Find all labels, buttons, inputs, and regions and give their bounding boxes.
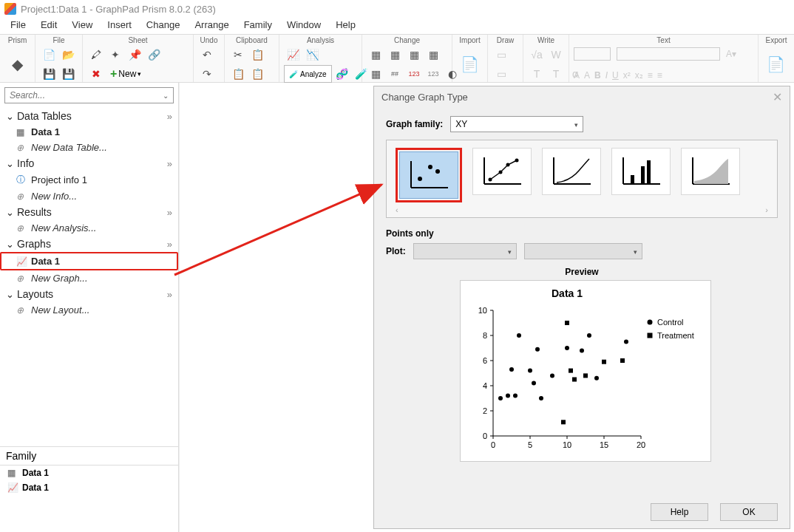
analyze-button[interactable]: 🧪Analyze [284, 65, 332, 83]
paste-special-icon[interactable]: 📋 [248, 65, 266, 83]
section-data-tables[interactable]: ⌄Data Tables» [0, 108, 178, 124]
svg-rect-69 [602, 360, 606, 364]
svg-rect-70 [620, 358, 625, 363]
info-item[interactable]: ⓘProject info 1 [0, 171, 178, 188]
thumb-area[interactable] [681, 148, 740, 195]
menu-help[interactable]: Help [328, 18, 363, 34]
menu-edit[interactable]: Edit [33, 18, 64, 34]
new-data-table[interactable]: ⊕New Data Table... [0, 140, 178, 155]
thumb-line[interactable] [542, 148, 601, 195]
plot-select-2[interactable] [524, 243, 642, 259]
open-file-icon[interactable]: 📂 [59, 46, 77, 64]
pin-icon[interactable]: 📌 [126, 46, 143, 64]
format123b-icon[interactable]: 123 [424, 65, 442, 83]
menu-insert[interactable]: Insert [100, 18, 139, 34]
svg-text:15: 15 [600, 440, 608, 449]
thumb-bar[interactable] [611, 148, 671, 195]
paste-icon[interactable]: 📋 [229, 65, 247, 83]
export-xml-icon[interactable]: 📄 [763, 50, 788, 78]
close-icon[interactable]: ✕ [773, 90, 782, 104]
fit-curve-icon[interactable]: 📉 [303, 46, 321, 64]
search-field[interactable] [10, 90, 163, 100]
new-file-icon[interactable]: 📄 [40, 46, 58, 64]
search-input[interactable]: ⌄ [4, 87, 174, 103]
section-results[interactable]: ⌄Results» [0, 204, 178, 220]
new-sheet-button[interactable]: +New▾ [106, 65, 145, 83]
format123-icon[interactable]: 123 [405, 65, 423, 83]
graph-family-select[interactable]: XY [450, 116, 583, 132]
ribbon-group-text: Text [574, 36, 753, 44]
thumb-points-only[interactable] [399, 151, 458, 199]
graph-item-selected[interactable]: 📈Data 1 [0, 252, 178, 270]
svg-point-53 [517, 333, 521, 338]
svg-point-51 [509, 367, 514, 372]
chevron-down-icon [508, 248, 512, 256]
ribbon-group-export: Export [763, 36, 790, 44]
cut-icon[interactable]: ✂ [229, 46, 247, 64]
section-info[interactable]: ⌄Info» [0, 155, 178, 171]
change1-icon[interactable]: ▦ [367, 46, 384, 64]
decimals-icon[interactable]: ## [386, 65, 404, 83]
copy-icon[interactable]: 📋 [248, 46, 266, 64]
data-table-item[interactable]: ▦Data 1 [0, 124, 178, 140]
list-icon: ≡ [657, 70, 662, 81]
section-layouts[interactable]: ⌄Layouts» [0, 286, 178, 302]
redo-icon[interactable]: ↷ [198, 65, 216, 83]
menu-change[interactable]: Change [139, 18, 188, 34]
family-graph[interactable]: 📈Data 1 [0, 480, 178, 495]
menu-view[interactable]: View [64, 18, 100, 34]
section-graphs[interactable]: ⌄Graphs» [0, 236, 178, 252]
svg-rect-15 [631, 175, 634, 184]
svg-point-4 [435, 169, 440, 174]
svg-text:20: 20 [637, 440, 645, 449]
menu-file[interactable]: File [3, 18, 33, 34]
menu-family[interactable]: Family [237, 18, 279, 34]
scroll-right-icon[interactable]: › [765, 205, 768, 214]
new-info[interactable]: ⊕New Info... [0, 188, 178, 204]
import-xml-icon[interactable]: 📄 [457, 50, 482, 78]
thumb-line-points[interactable] [472, 148, 532, 195]
draw-shape-icon: ▭ [492, 46, 510, 64]
svg-rect-47 [648, 333, 653, 338]
chevron-down-icon [634, 248, 637, 256]
star-icon[interactable]: ✦ [106, 46, 124, 64]
link-icon[interactable]: 🔗 [145, 46, 163, 64]
family-data[interactable]: ▦Data 1 [0, 466, 178, 480]
menu-window[interactable]: Window [279, 18, 328, 34]
svg-text:Treatment: Treatment [657, 331, 694, 340]
prism-icon[interactable]: ◆ [4, 50, 30, 78]
svg-text:0: 0 [483, 432, 487, 440]
svg-point-2 [418, 177, 422, 181]
analysis-icon[interactable]: 🧬 [333, 65, 351, 83]
ok-button[interactable]: OK [720, 503, 778, 521]
plus-circle-icon: ⊕ [16, 191, 27, 202]
change3-icon[interactable]: ▦ [405, 46, 423, 64]
ribbon-group-undo: Undo [198, 36, 220, 44]
font-color-icon: A▾ [726, 49, 736, 59]
save-as-icon[interactable]: 💾 [59, 65, 77, 83]
sqrt-icon: √a [528, 46, 546, 64]
new-graph[interactable]: ⊕New Graph... [0, 270, 178, 286]
save-icon[interactable]: 💾 [40, 65, 58, 83]
plot-select-1[interactable] [413, 243, 517, 259]
help-button[interactable]: Help [651, 503, 708, 521]
menu-arrange[interactable]: Arrange [187, 18, 236, 34]
size-down-icon: A [584, 70, 590, 81]
change4-icon[interactable]: ▦ [424, 46, 442, 64]
change5-icon[interactable]: ▦ [367, 65, 384, 83]
ribbon-group-draw: Draw [492, 36, 518, 44]
svg-point-54 [528, 369, 532, 373]
new-layout[interactable]: ⊕New Layout... [0, 302, 178, 318]
change2-icon[interactable]: ▦ [386, 46, 404, 64]
chevron-down-icon[interactable]: ⌄ [163, 92, 169, 100]
fit-line-icon[interactable]: 📈 [284, 46, 302, 64]
table-icon: ▦ [16, 127, 27, 137]
scroll-left-icon[interactable]: ‹ [396, 205, 398, 214]
svg-point-62 [594, 376, 599, 381]
new-analysis[interactable]: ⊕New Analysis... [0, 220, 178, 236]
highlight-icon[interactable]: 🖍 [87, 46, 105, 64]
text-t2-icon: T [547, 65, 565, 83]
delete-icon[interactable]: ✖ [87, 65, 105, 83]
undo-icon[interactable]: ↶ [198, 46, 216, 64]
italic-icon: I [605, 70, 608, 81]
